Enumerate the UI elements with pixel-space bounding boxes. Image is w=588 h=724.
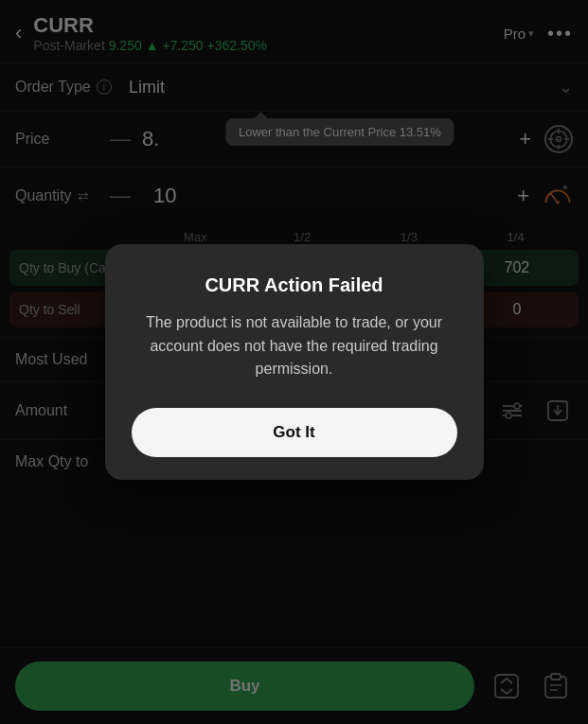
modal-overlay: CURR Action Failed The product is not av… <box>0 0 588 724</box>
modal-body: The product is not available to trade, o… <box>132 311 457 381</box>
got-it-button[interactable]: Got It <box>132 408 457 457</box>
modal-title: CURR Action Failed <box>132 274 457 296</box>
modal-dialog: CURR Action Failed The product is not av… <box>105 244 484 480</box>
